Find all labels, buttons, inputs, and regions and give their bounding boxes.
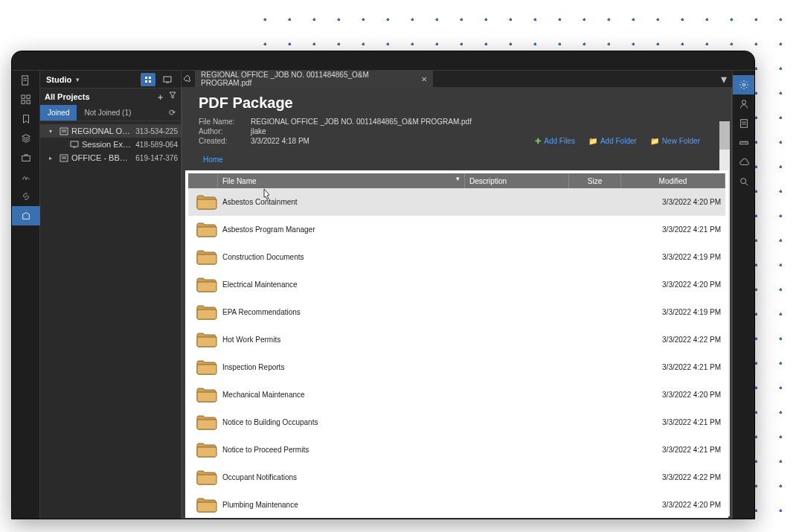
tree-item[interactable]: ▾REGIONAL OFFICE TER...313-534-225 — [40, 124, 181, 138]
row-modified: 3/3/2022 4:20 PM — [621, 281, 725, 289]
row-modified: 3/3/2022 4:21 PM — [621, 418, 725, 426]
tab-joined[interactable]: Joined — [40, 105, 77, 121]
meta-created-label: Created: — [199, 137, 243, 145]
folder-icon — [196, 440, 218, 459]
folder-icon — [196, 275, 218, 294]
tree-item-icon — [70, 141, 79, 148]
table-row[interactable]: Hot Work Permits3/3/2022 4:22 PM — [188, 326, 725, 353]
table-row[interactable]: Asbestos Program Manager3/3/2022 4:21 PM — [188, 216, 725, 243]
table-row[interactable]: Inspection Reports3/3/2022 4:21 PM — [188, 353, 725, 381]
document-tab[interactable]: REGIONAL OFFICE _JOB NO. 0011484865_O&M … — [195, 71, 433, 87]
close-icon[interactable]: ✕ — [421, 75, 427, 83]
chevron-down-icon[interactable]: ▾ — [76, 76, 80, 83]
table-row[interactable]: Notice to Building Occupants3/3/2022 4:2… — [188, 408, 725, 436]
table-row[interactable]: Mechanical Maintenance3/3/2022 4:20 PM — [188, 381, 725, 408]
row-icon — [188, 275, 218, 295]
list-body: Asbestos Containment3/3/2022 4:20 PMAsbe… — [188, 188, 725, 518]
tabs-dropdown-icon[interactable]: ▾ — [716, 72, 732, 86]
meta-author-label: Author: — [199, 127, 243, 135]
tree-item-id: 418-589-064 — [135, 141, 178, 149]
row-modified: 3/3/2022 4:20 PM — [621, 501, 725, 509]
tree-item-id: 619-147-376 — [135, 154, 178, 162]
row-icon — [188, 302, 218, 323]
file-access-icon[interactable] — [12, 71, 40, 90]
tab-not-joined[interactable]: Not Joined (1) — [77, 105, 138, 121]
folder-icon — [196, 495, 218, 514]
row-icon — [188, 247, 218, 268]
row-filename: Mechanical Maintenance — [218, 391, 465, 399]
row-filename: EPA Recommendations — [218, 308, 465, 316]
add-project-icon[interactable]: ＋ — [156, 92, 164, 103]
tree-item[interactable]: ▸OFFICE - BBU T5 Job No...619-147-376 — [40, 151, 181, 164]
folder-icon — [196, 247, 218, 266]
studio-icon[interactable] — [12, 206, 40, 225]
measurements-icon[interactable] — [733, 133, 755, 153]
add-folder-button[interactable]: 📁Add Folder — [588, 137, 637, 145]
row-modified: 3/3/2022 4:20 PM — [621, 391, 725, 399]
pin-icon[interactable] — [182, 74, 195, 83]
col-size[interactable]: Size — [569, 173, 621, 188]
col-filename[interactable]: File Name▾ — [218, 173, 465, 188]
row-icon — [188, 219, 218, 240]
settings-icon[interactable] — [733, 75, 755, 94]
col-icon[interactable] — [188, 173, 218, 188]
profile-icon[interactable] — [733, 94, 755, 114]
row-modified: 3/3/2022 4:19 PM — [621, 253, 725, 261]
add-files-button[interactable]: ✚Add Files — [535, 137, 575, 145]
row-filename: Inspection Reports — [218, 363, 465, 371]
row-modified: 3/3/2022 4:21 PM — [621, 363, 725, 371]
panel-header: Studio ▾ — [40, 71, 181, 89]
col-description[interactable]: Description — [465, 173, 569, 188]
search-icon[interactable] — [733, 172, 755, 191]
breadcrumb-home[interactable]: Home — [203, 156, 223, 164]
table-row[interactable]: Electrical Maintenance3/3/2022 4:20 PM — [188, 271, 725, 298]
row-filename: Plumbing Maintenance — [218, 501, 465, 509]
row-filename: Notice to Building Occupants — [218, 418, 465, 426]
tree-item-label: Session Example — [82, 140, 132, 149]
tree-item[interactable]: Session Example418-589-064 — [40, 138, 181, 151]
filter-icon[interactable] — [169, 92, 176, 103]
row-filename: Asbestos Containment — [218, 198, 465, 206]
folder-icon — [196, 192, 218, 211]
table-row[interactable]: Construction Documents3/3/2022 4:19 PM — [188, 243, 725, 271]
svg-rect-3 — [22, 95, 25, 98]
row-icon — [188, 330, 218, 350]
svg-point-9 — [742, 100, 745, 104]
folder-icon — [196, 385, 218, 404]
row-filename: Notice to Proceed Permits — [218, 446, 465, 454]
signatures-icon[interactable] — [12, 167, 40, 187]
projects-view-button[interactable] — [141, 73, 155, 86]
meta-filename-label: File Name: — [199, 118, 243, 126]
folder-icon — [196, 219, 218, 239]
row-icon — [188, 495, 218, 516]
svg-rect-19 — [145, 77, 147, 79]
links-icon[interactable] — [12, 187, 40, 206]
studio-panel: Studio ▾ All Projects ＋ Joined Not Joine… — [40, 71, 182, 519]
forms-icon[interactable] — [733, 114, 755, 133]
cloud-icon[interactable] — [733, 153, 755, 172]
table-row[interactable]: Plumbing Maintenance3/3/2022 4:20 PM — [188, 491, 725, 518]
table-row[interactable]: EPA Recommendations3/3/2022 4:19 PM — [188, 298, 725, 326]
package-title: PDF Package — [199, 94, 715, 112]
row-icon — [188, 412, 218, 433]
sessions-view-button[interactable] — [160, 73, 175, 86]
table-row[interactable]: Asbestos Containment3/3/2022 4:20 PM — [188, 188, 725, 216]
table-row[interactable]: Notice to Proceed Permits3/3/2022 4:21 P… — [188, 436, 725, 464]
refresh-icon[interactable]: ⟳ — [163, 105, 181, 121]
breadcrumb: Home — [203, 156, 715, 164]
tree-item-label: OFFICE - BBU T5 Job No... — [71, 153, 132, 162]
bookmarks-icon[interactable] — [12, 109, 40, 129]
table-row[interactable]: Occupant Notifications3/3/2022 4:22 PM — [188, 464, 725, 491]
tree-item-id: 313-534-225 — [135, 127, 178, 135]
app-window: Studio ▾ All Projects ＋ Joined Not Joine… — [11, 51, 755, 519]
tree-item-label: REGIONAL OFFICE TER... — [71, 126, 132, 135]
row-modified: 3/3/2022 4:22 PM — [621, 473, 725, 481]
layers-icon[interactable] — [12, 129, 40, 148]
new-folder-button[interactable]: 📁New Folder — [650, 137, 700, 145]
toolchest-icon[interactable] — [12, 148, 40, 167]
left-rail — [12, 71, 40, 519]
svg-rect-20 — [149, 77, 151, 79]
col-modified[interactable]: Modified — [621, 173, 725, 188]
svg-point-17 — [741, 179, 746, 184]
thumbnails-icon[interactable] — [12, 90, 40, 109]
